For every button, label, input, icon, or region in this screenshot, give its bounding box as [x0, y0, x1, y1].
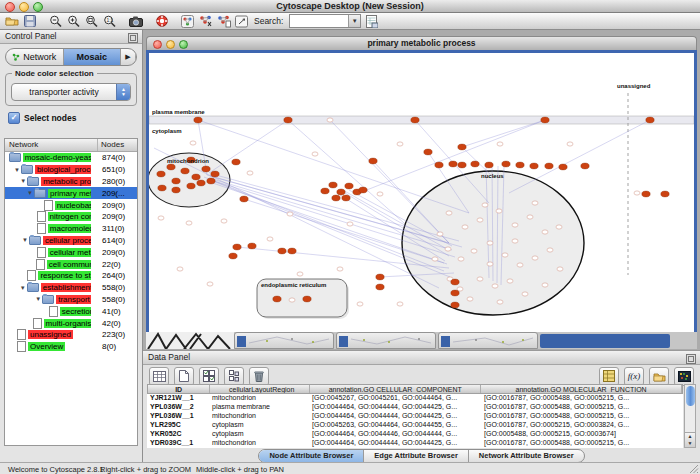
network-view-titlebar[interactable]: primary metabolic process: [146, 36, 697, 50]
scrollbar-thumb[interactable]: [686, 386, 695, 406]
zoom-in-icon[interactable]: [66, 14, 81, 28]
table-row[interactable]: YLR295Ccytoplasm[GO:0045263, GO:0044464,…: [147, 421, 683, 430]
import-attributes-icon[interactable]: [649, 367, 669, 386]
node-color-dropdown[interactable]: transporter activity ▲▼: [11, 83, 131, 101]
expander-icon[interactable]: ▼: [13, 167, 21, 173]
network-canvas[interactable]: plasma membrane cytoplasm mitochondrion …: [146, 50, 697, 336]
table-row[interactable]: YJR121W__1mitochondrion[GO:0045267, GO:0…: [147, 394, 683, 403]
minimize-window-icon[interactable]: [19, 2, 29, 12]
network-desktop: primary metabolic process: [143, 30, 700, 350]
save-icon[interactable]: [22, 14, 37, 28]
select-nodes-checkbox[interactable]: ✓: [8, 112, 20, 124]
tree-row[interactable]: cellular metabo209(0): [5, 246, 137, 258]
expander-icon[interactable]: ▼: [19, 285, 27, 291]
tab-edge-attribute-browser[interactable]: Edge Attribute Browser: [364, 450, 468, 462]
table-scrollbar[interactable]: ▲▼: [684, 384, 696, 448]
open-file-icon[interactable]: [4, 14, 19, 28]
unselect-attributes-icon[interactable]: [224, 367, 244, 386]
close-window-icon[interactable]: [5, 2, 15, 12]
close-view-icon[interactable]: [153, 40, 162, 49]
tree-row[interactable]: ▼transport558(0): [5, 294, 137, 306]
tree-row[interactable]: Overview8(0): [5, 341, 137, 353]
snapshot-icon[interactable]: [128, 14, 143, 28]
scrollbar-arrows-icon[interactable]: ▲▼: [685, 432, 695, 447]
tree-row[interactable]: ▼biological_process651(0): [5, 164, 137, 176]
tree-row-label: metabolic process: [41, 177, 91, 186]
float-panel-icon[interactable]: [686, 354, 696, 364]
tree-row[interactable]: ▼establishment of lo558(0): [5, 282, 137, 294]
tree-row-selected[interactable]: ▼primary metabo209(...: [5, 187, 137, 199]
tree-row[interactable]: macromolecule311(0): [5, 223, 137, 235]
tree-row-label: macromolecule: [48, 224, 91, 233]
cytoplasm-label: cytoplasm: [152, 128, 182, 134]
resize-grip-icon[interactable]: [689, 464, 699, 474]
select-attributes-icon[interactable]: [199, 367, 219, 386]
new-attribute-icon[interactable]: [174, 367, 194, 386]
tree-row[interactable]: multi-organism pro42(0): [5, 317, 137, 329]
minimized-view-window[interactable]: [336, 332, 436, 349]
dropdown-stepper-icon[interactable]: ▲▼: [116, 84, 130, 100]
tree-row-label: multi-organism pro: [44, 319, 91, 328]
attribute-table-icon[interactable]: [149, 367, 169, 386]
expander-icon[interactable]: ▼: [26, 190, 34, 196]
tree-row-count: 311(0): [102, 224, 125, 233]
tree-row[interactable]: mosaic-demo-yeast874(0): [5, 152, 137, 164]
zoom-selected-icon[interactable]: [84, 14, 99, 28]
tree-row[interactable]: secretion41(0): [5, 305, 137, 317]
annotation-icon[interactable]: [234, 14, 249, 28]
expander-icon[interactable]: ▼: [19, 178, 27, 184]
tree-column-network[interactable]: Network: [5, 139, 98, 151]
tab-network[interactable]: Network: [6, 49, 64, 65]
tree-column-nodes[interactable]: Nodes: [98, 139, 137, 151]
zoom-view-icon[interactable]: [179, 40, 188, 49]
float-panel-icon[interactable]: [128, 33, 138, 43]
vizmapper-icon[interactable]: [180, 14, 195, 28]
table-row[interactable]: YPL036W__2plasma membrane[GO:0044464, GO…: [147, 403, 683, 412]
search-field[interactable]: [290, 15, 348, 27]
zoom-out-icon[interactable]: [48, 14, 63, 28]
minimized-view-window[interactable]: [234, 332, 334, 349]
apply-layout-alt-icon[interactable]: [216, 14, 231, 28]
tab-mosaic[interactable]: Mosaic: [64, 49, 122, 65]
column-cellular-component[interactable]: annotation.GO CELLULAR_COMPONENT: [310, 385, 481, 393]
import-table-icon[interactable]: [364, 14, 379, 28]
tree-row-count: 209(0): [102, 201, 125, 210]
tree-row[interactable]: response to stimulu264(0): [5, 270, 137, 282]
tree-row[interactable]: nitrogen compo209(0): [5, 211, 137, 223]
column-molecular-function[interactable]: annotation.GO MOLECULAR_FUNCTION: [481, 385, 682, 393]
tree-row-label: unassigned: [28, 330, 73, 339]
tree-row[interactable]: ▼cellular process614(0): [5, 235, 137, 247]
search-input[interactable]: ▼: [289, 14, 361, 28]
minimize-view-icon[interactable]: [166, 40, 175, 49]
minimized-view-titlebar[interactable]: [540, 334, 670, 348]
apply-layout-icon[interactable]: [198, 14, 213, 28]
table-row[interactable]: YPL036W__1mitochondrion[GO:0044464, GO:0…: [147, 412, 683, 421]
formula-builder-icon[interactable]: f(x): [624, 367, 644, 386]
minimized-view-window[interactable]: [438, 332, 538, 349]
expander-icon[interactable]: ▼: [34, 296, 42, 302]
zoom-actual-icon[interactable]: 1:1: [102, 14, 117, 28]
chevron-down-icon[interactable]: ▼: [348, 15, 360, 27]
tree-row[interactable]: unassigned223(0): [5, 329, 137, 341]
attribute-batch-icon[interactable]: [599, 367, 619, 386]
help-icon[interactable]: [154, 14, 169, 28]
delete-attribute-icon[interactable]: [249, 367, 269, 386]
table-row[interactable]: YKR052Ccytoplasm[GO:0044464, GO:0044446,…: [147, 430, 683, 439]
overview-network-sliver[interactable]: [146, 332, 234, 349]
tree-row[interactable]: cell communicat22(0): [5, 258, 137, 270]
table-row[interactable]: YDR039C__1mitochondrion[GO:0044464, GO:0…: [147, 439, 683, 448]
zoom-window-icon[interactable]: [33, 2, 43, 12]
tab-overflow-arrow-icon[interactable]: ▶: [121, 49, 136, 65]
file-icon: [49, 306, 58, 317]
search-label: Search:: [254, 16, 283, 26]
file-icon: [37, 211, 46, 222]
column-id[interactable]: ID: [148, 385, 210, 393]
tab-node-attribute-browser[interactable]: Node Attribute Browser: [259, 450, 364, 462]
matrix-icon[interactable]: [674, 367, 694, 386]
network-view-frame[interactable]: primary metabolic process: [146, 36, 697, 332]
tree-row[interactable]: ▼metabolic process280(0): [5, 176, 137, 188]
expander-icon[interactable]: ▼: [21, 237, 29, 243]
tree-row[interactable]: nucleobase-209(0): [5, 199, 137, 211]
column-region[interactable]: _cellularLayoutRegion: [210, 385, 310, 393]
tab-network-attribute-browser[interactable]: Network Attribute Browser: [469, 450, 584, 462]
